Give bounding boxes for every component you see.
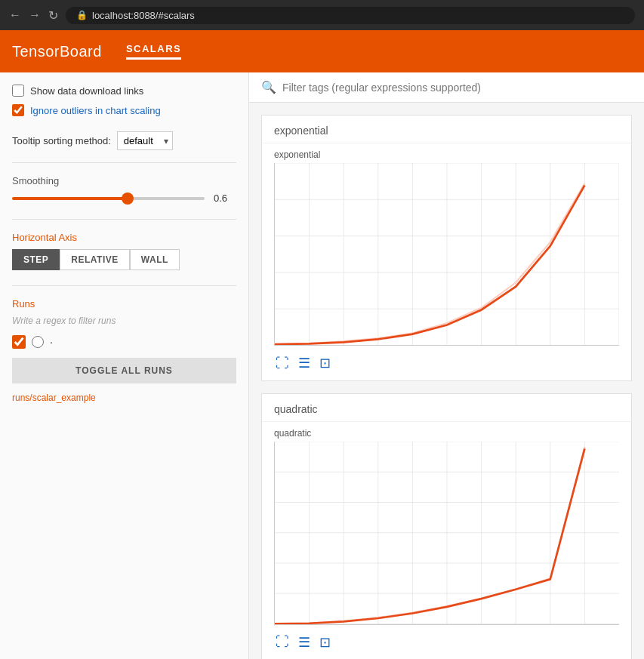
data-button-quadratic[interactable]: ☰ — [297, 633, 312, 652]
sidebar-data-links: Show data download links Ignore outliers… — [12, 85, 236, 116]
chart-body-exponential: exponential — [262, 143, 631, 349]
axis-step-button[interactable]: STEP — [12, 249, 60, 270]
chart-header-text-quadratic: quadratic — [274, 403, 318, 415]
run-radio-1[interactable] — [32, 336, 44, 348]
chart-header-text-exponential: exponential — [274, 125, 328, 137]
axis-buttons: STEP RELATIVE WALL — [12, 249, 236, 270]
chart-svg-quadratic: 50 40 30 20 10 0 0 1 2 3 4 5 6 7 8 9 — [274, 442, 619, 624]
expand-chart-button-exponential[interactable]: ⛶ — [274, 353, 291, 373]
sidebar: Show data download links Ignore outliers… — [0, 72, 249, 659]
address-bar[interactable]: 🔒 localhost:8088/#scalars — [66, 7, 635, 24]
chart-footer-quadratic: ⛶ ☰ ⊡ — [262, 628, 631, 659]
chart-card-quadratic: quadratic quadratic — [261, 393, 632, 659]
tooltip-select-wrapper[interactable]: default — [117, 131, 173, 150]
smoothing-row: 0.6 — [12, 192, 236, 204]
expand-chart-button-quadratic[interactable]: ⛶ — [274, 633, 291, 652]
nav-scalars[interactable]: SCALARS — [126, 43, 181, 60]
chart-header-exponential: exponential — [262, 115, 631, 143]
show-data-links-checkbox[interactable] — [12, 85, 24, 97]
data-button-exponential[interactable]: ☰ — [297, 353, 312, 373]
top-nav: TensorBoard SCALARS — [0, 30, 644, 72]
refresh-button[interactable]: ↻ — [48, 8, 58, 23]
show-data-links-label: Show data download links — [30, 85, 143, 97]
fullscreen-button-quadratic[interactable]: ⊡ — [318, 633, 332, 652]
filter-bar: 🔍 — [249, 72, 644, 103]
run-name-label[interactable]: runs/scalar_example — [12, 393, 96, 403]
ignore-outliers-label: Ignore outliers in chart scaling — [30, 105, 161, 116]
chart-header-quadratic: quadratic — [262, 394, 631, 422]
axis-wall-button[interactable]: WALL — [130, 249, 180, 270]
chart-body-quadratic: quadratic — [262, 422, 631, 627]
back-button[interactable]: ← — [9, 8, 21, 22]
chart-title-quadratic: quadratic — [274, 428, 619, 439]
browser-chrome: ← → ↻ 🔒 localhost:8088/#scalars — [0, 0, 644, 30]
divider-3 — [12, 285, 236, 286]
runs-checkboxes-row: · — [12, 335, 236, 349]
run-checkbox-1[interactable] — [12, 335, 26, 349]
smoothing-title: Smoothing — [12, 175, 236, 186]
runs-section: Runs Write a regex to filter runs · TOGG… — [12, 298, 236, 403]
ignore-outliers-checkbox[interactable] — [12, 104, 24, 116]
smoothing-section: Smoothing 0.6 — [12, 175, 236, 204]
tooltip-label: Tooltip sorting method: — [12, 135, 111, 146]
runs-filter-label: Write a regex to filter runs — [12, 316, 236, 326]
filter-input[interactable] — [282, 82, 632, 94]
smoothing-slider[interactable] — [12, 197, 205, 200]
runs-title: Runs — [12, 298, 236, 309]
brand-logo: TensorBoard — [12, 43, 102, 60]
tooltip-select[interactable]: default — [117, 131, 173, 150]
ignore-outliers-row[interactable]: Ignore outliers in chart scaling — [12, 104, 236, 116]
content-area: 🔍 exponential exponential — [249, 72, 644, 659]
axis-relative-button[interactable]: RELATIVE — [60, 249, 129, 270]
chart-title-exponential: exponential — [274, 149, 619, 160]
show-data-links-row[interactable]: Show data download links — [12, 85, 236, 97]
run-dot: · — [50, 336, 53, 348]
smoothing-value: 0.6 — [214, 192, 236, 204]
chart-card-exponential: exponential exponential — [261, 115, 632, 381]
main-layout: Show data download links Ignore outliers… — [0, 72, 644, 659]
chart-footer-exponential: ⛶ ☰ ⊡ — [262, 349, 631, 380]
chart-svg-exponential: 160 120 80 40 0 0 1 2 3 4 5 6 7 8 9 — [274, 163, 619, 346]
url-text: localhost:8088/#scalars — [92, 10, 195, 21]
fullscreen-button-exponential[interactable]: ⊡ — [318, 353, 332, 373]
forward-button[interactable]: → — [29, 8, 41, 22]
divider-1 — [12, 162, 236, 163]
search-icon: 🔍 — [261, 80, 276, 94]
toggle-all-runs-button[interactable]: TOGGLE ALL RUNS — [12, 358, 236, 383]
tooltip-row: Tooltip sorting method: default — [12, 131, 236, 150]
slider-thumb — [122, 192, 134, 205]
axis-section: Horizontal Axis STEP RELATIVE WALL — [12, 232, 236, 270]
lock-icon: 🔒 — [76, 10, 88, 20]
divider-2 — [12, 219, 236, 220]
axis-title: Horizontal Axis — [12, 232, 236, 243]
